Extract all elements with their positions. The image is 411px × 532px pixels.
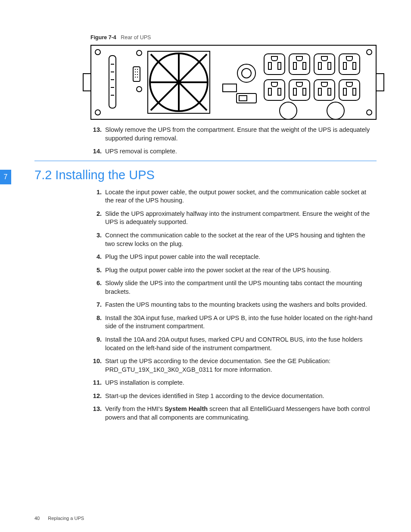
step-number: 1.: [90, 188, 102, 197]
step-text: Slide the UPS approximately halfway into…: [105, 210, 370, 226]
page-body: Figure 7-4 Rear of UPS: [34, 34, 377, 510]
figure-caption: Figure 7-4 Rear of UPS: [90, 34, 377, 40]
chapter-side-tab: 7: [0, 170, 11, 184]
step-number: 8.: [90, 314, 102, 323]
list-item: 9.Install the 10A and 20A output fuses, …: [90, 336, 377, 352]
figure-rear-of-ups: [90, 45, 377, 120]
list-item: 5.Plug the output power cable into the p…: [90, 266, 377, 275]
step-text: UPS installation is complete.: [105, 379, 184, 386]
step-number: 11.: [90, 379, 102, 387]
step-number: 5.: [90, 266, 102, 275]
list-item: 6.Slowly slide the UPS into the compartm…: [90, 279, 377, 296]
step-number: 3.: [90, 231, 102, 240]
step-text: Start-up the devices identified in Step …: [105, 392, 324, 399]
step-number: 13.: [90, 405, 102, 414]
step-text: Connect the communication cable to the s…: [105, 232, 365, 247]
figure-label: Figure 7-4: [90, 34, 116, 40]
step-number: 13.: [90, 126, 102, 134]
page-number: 40: [34, 516, 40, 521]
step-number: 7.: [90, 301, 102, 309]
step-text: Fasten the UPS mounting tabs to the moun…: [105, 301, 367, 308]
step-text: Verify from the HMI's System Health scre…: [105, 405, 370, 421]
list-item: 4.Plug the UPS input power cable into th…: [90, 253, 377, 261]
step-text: UPS removal is complete.: [105, 148, 177, 155]
list-item: 3.Connect the communication cable to the…: [90, 231, 377, 248]
section-heading: 7.2 Installing the UPS: [34, 168, 377, 182]
list-item: 2.Slide the UPS approximately halfway in…: [90, 210, 377, 227]
list-item: 11.UPS installation is complete.: [90, 379, 377, 387]
list-item: 10.Start up the UPS according to the dev…: [90, 357, 377, 374]
step-text: Start up the UPS according to the device…: [105, 358, 330, 373]
list-item: 1.Locate the input power cable, the outp…: [90, 188, 377, 205]
section-rule: [34, 161, 377, 161]
step-number: 4.: [90, 253, 102, 261]
step-number: 6.: [90, 279, 102, 288]
step-number: 9.: [90, 336, 102, 344]
step-number: 2.: [90, 210, 102, 218]
step-text: Slowly remove the UPS from the compartme…: [105, 126, 370, 142]
page-footer: 40 Replacing a UPS: [34, 516, 84, 521]
step-number: 14.: [90, 147, 102, 156]
step-text: Install the 10A and 20A output fuses, ma…: [105, 336, 363, 352]
list-item: 13. Verify from the HMI's System Health …: [90, 405, 377, 422]
list-item: 8.Install the 30A input fuse, marked UPS…: [90, 314, 377, 331]
install-steps-list: 1.Locate the input power cable, the outp…: [90, 188, 377, 422]
list-item: 12.Start-up the devices identified in St…: [90, 392, 377, 401]
step-number: 10.: [90, 357, 102, 366]
footer-title: Replacing a UPS: [48, 516, 84, 521]
step-number: 12.: [90, 392, 102, 401]
removal-steps-list: 13.Slowly remove the UPS from the compar…: [90, 126, 377, 156]
step-text: Slowly slide the UPS into the compartmen…: [105, 280, 362, 295]
list-item: 7.Fasten the UPS mounting tabs to the mo…: [90, 301, 377, 309]
step-text: Plug the output power cable into the pow…: [105, 267, 331, 274]
step-text: Install the 30A input fuse, marked UPS A…: [105, 314, 373, 330]
chapter-number: 7: [4, 173, 8, 181]
list-item: 13.Slowly remove the UPS from the compar…: [90, 126, 377, 143]
step-text: Plug the UPS input power cable into the …: [105, 253, 260, 260]
figure-title: Rear of UPS: [121, 34, 151, 40]
step-text: Locate the input power cable, the output…: [105, 189, 366, 204]
list-item: 14.UPS removal is complete.: [90, 147, 377, 156]
